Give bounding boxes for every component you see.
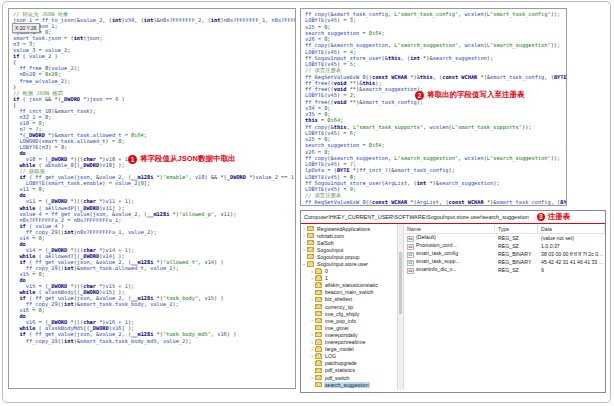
tree-item-currency_tip[interactable]: currency_tip [301, 303, 397, 310]
folder-icon [315, 332, 322, 337]
value-type: REG_BINARY [495, 251, 538, 257]
tree-item-label: allskin_statusiconstatic [324, 282, 379, 288]
registry-address-bar[interactable]: Computer\HKEY_CURRENT_USER\SOFTWARE\Sogo… [301, 211, 605, 224]
folder-icon [315, 347, 322, 352]
tree-item-ime_gimei[interactable]: ime_gimei [301, 324, 397, 331]
value-data: 45 42 42 31 41 46 41 33 42 30 36 37 44 4… [538, 259, 605, 265]
tree-scrollbar[interactable] [397, 224, 404, 390]
tree-item-label: large_model [324, 346, 355, 352]
code-line: ff_copy_29((int)&smart_task.task_body_md… [13, 338, 295, 344]
tree-item-0[interactable]: ›0 [301, 268, 397, 275]
annotation-1: 1 将字段值从JSON数据中取出 [128, 154, 235, 164]
tree-item-log[interactable]: ›LOG [301, 353, 397, 360]
registry-value-row[interactable]: abPromotion_conf...REG_SZ1.0.0.37 [404, 242, 605, 250]
code-line: ff_RegSetValueExW_0((const WCHAR *)ArgLi… [305, 199, 566, 205]
tree-item-biz_shellext[interactable]: ›biz_shellext [301, 296, 397, 303]
value-name: smartinfo_dic_v... [416, 266, 456, 272]
tree-item-allskin_statusiconstatic[interactable]: allskin_statusiconstatic [301, 282, 397, 289]
tree-item-label: imereportdaily [324, 332, 359, 338]
list-header: Name Type Data [404, 224, 605, 234]
value-type: REG_SZ [495, 243, 538, 249]
tree-item-pdf_switch[interactable]: ›pdf_switch [301, 374, 397, 381]
tree-item-ime_cfg_shiply[interactable]: ime_cfg_shiply [301, 310, 397, 317]
tree-item-label: 0 [324, 268, 329, 274]
tree-item-beacon_main_switch[interactable]: beacon_main_switch [301, 289, 397, 296]
tree-item-label: pdf_switch [324, 375, 351, 381]
folder-icon [315, 361, 322, 366]
registry-path: Computer\HKEY_CURRENT_USER\SOFTWARE\Sogo… [304, 214, 529, 220]
folder-icon [315, 290, 322, 295]
column-header-name[interactable]: Name [404, 224, 495, 233]
tree-item-rohitab.com[interactable]: ›rohitab.com [301, 232, 397, 239]
tree-item-label: ime_pop_info [324, 318, 357, 324]
value-type: REG_BINARY [495, 259, 538, 265]
value-data: 1.0.0.37 [538, 243, 605, 249]
folder-icon [315, 382, 322, 387]
coords-tooltip: X:20 Y:26 [12, 23, 40, 33]
tree-item-ime_pop_info[interactable]: ›ime_pop_info [301, 317, 397, 324]
folder-icon [315, 375, 322, 380]
tree-item-pdf_statistics[interactable]: pdf_statistics [301, 367, 397, 374]
code-line: ff_copy(&search_suggestion, L"search_sug… [305, 42, 566, 48]
folder-icon [315, 340, 322, 345]
folder-icon [315, 276, 322, 281]
tree-item-label: rohitab.com [316, 233, 345, 239]
value-data: (value not set) [538, 235, 605, 241]
tree-item-sogouinput.popup[interactable]: SogouInput.popup [301, 253, 397, 260]
tree-item-registeredapplications[interactable]: ›RegisteredApplications [301, 225, 397, 232]
folder-icon [307, 226, 314, 231]
column-header-data[interactable]: Data [538, 224, 605, 233]
tree-item-label: patchupgrade [324, 360, 358, 366]
value-type: REG_SZ [495, 267, 538, 273]
folder-icon [307, 247, 314, 252]
tree-item-label: biz_shellext [324, 296, 353, 302]
tree-item-label: LOG [324, 353, 337, 359]
folder-icon [315, 304, 322, 309]
registry-value-row[interactable]: 01smart_task_supp...REG_BINARY45 42 42 3… [404, 258, 605, 266]
registry-value-row[interactable]: ab(Default)REG_SZ(value not set) [404, 234, 605, 242]
tree-item-imereportdaily[interactable]: ›imereportdaily [301, 331, 397, 338]
column-header-type[interactable]: Type [495, 224, 538, 233]
annotation-3-badge: 3 [537, 213, 545, 221]
tree-item-large_model[interactable]: ›large_model [301, 346, 397, 353]
tree-item-label: pdf_statistics [324, 367, 356, 373]
tree-item-label: SogouInput [316, 247, 345, 253]
reg-sz-icon: ab [407, 268, 414, 274]
tree-item-sogouinput[interactable]: ›SogouInput [301, 246, 397, 253]
annotation-3: 3 注册表 [537, 212, 571, 222]
value-type: REG_SZ [495, 235, 538, 241]
scrollbar-thumb[interactable] [399, 252, 402, 314]
annotation-2-badge: 2 [415, 91, 424, 100]
registry-value-row[interactable]: 01smart_task_configREG_BINARY38 03 00 00… [404, 250, 605, 258]
registry-value-row[interactable]: absmartinfo_dic_v...REG_SZ9 [404, 266, 605, 274]
tree-item-search_suggestion[interactable]: search_suggestion [301, 381, 397, 388]
annotation-2-text: 将取出的字段值写入至注册表 [427, 90, 525, 100]
tree-item-label: SogouInput.store.user [316, 261, 369, 267]
tree-item-label: beacon_main_switch [324, 289, 374, 295]
folder-icon [315, 269, 322, 274]
tree-item-label: imereportrealtime [324, 339, 366, 345]
folder-icon [315, 318, 322, 323]
folder-icon [315, 283, 322, 288]
code-line: ff_copy(&this, L"smart_task_supports", w… [305, 124, 566, 130]
tree-item-label: search_suggestion [324, 382, 370, 388]
registry-editor-window: Computer\HKEY_CURRENT_USER\SOFTWARE\Sogo… [300, 210, 606, 393]
annotation-2: 2 将取出的字段值写入至注册表 [415, 90, 525, 100]
value-name: (Default) [416, 234, 436, 240]
tree-item-salsoft[interactable]: ›SalSoft [301, 239, 397, 246]
tree-item-label: SogouInput.popup [316, 254, 360, 260]
tree-item-patchupgrade[interactable]: patchupgrade [301, 360, 397, 367]
annotation-1-badge: 1 [128, 155, 137, 164]
tree-item-label: 1 [324, 275, 329, 281]
folder-icon [307, 240, 314, 245]
value-name: smart_task_supp... [416, 258, 460, 264]
annotation-3-text: 注册表 [548, 212, 571, 222]
value-name: Promotion_conf... [416, 242, 457, 248]
tree-item-imereportrealtime[interactable]: ›imereportrealtime [301, 339, 397, 346]
value-data: 38 03 00 00 ff ff ff 7f 2c 00 02 00 02 0… [538, 251, 605, 257]
tree-item-sogouinput.store.user[interactable]: ›SogouInput.store.user [301, 260, 397, 267]
tree-item-1[interactable]: ›1 [301, 275, 397, 282]
value-name: smart_task_config [416, 250, 458, 256]
folder-icon [315, 311, 322, 316]
annotation-1-text: 将字段值从JSON数据中取出 [140, 154, 235, 164]
